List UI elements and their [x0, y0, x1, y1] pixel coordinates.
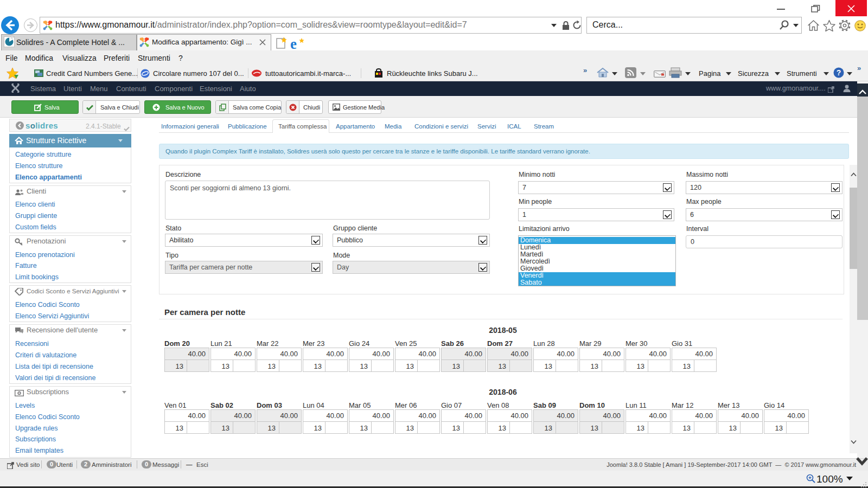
- svg-text:?: ?: [837, 68, 841, 77]
